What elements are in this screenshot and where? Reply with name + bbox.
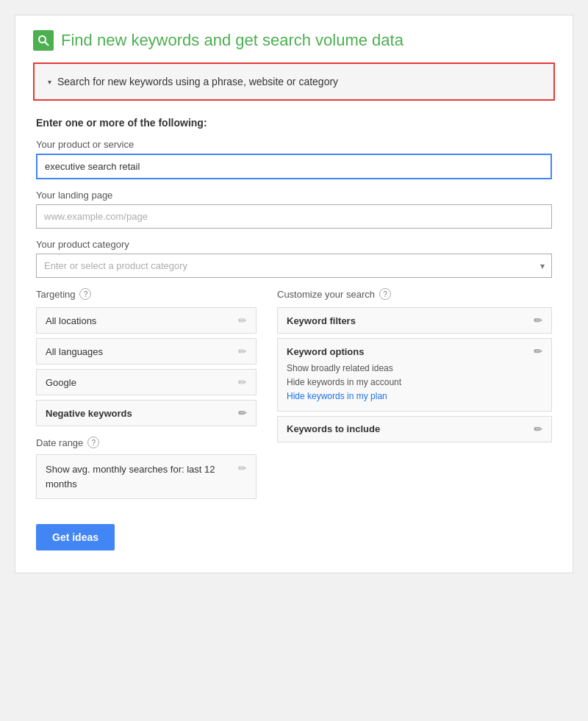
date-range-help-icon[interactable]: ?	[87, 437, 99, 448]
landing-page-label: Your landing page	[36, 190, 552, 201]
collapsible-panel-text: Search for new keywords using a phrase, …	[57, 76, 338, 87]
search-icon	[33, 30, 54, 51]
keyword-options-item-0: Show broadly related ideas	[287, 362, 542, 376]
date-range-section: Date range ? Show avg. monthly searches …	[36, 437, 257, 499]
date-range-heading-text: Date range	[36, 437, 83, 448]
keyword-filters-box[interactable]: Keyword filters ✏	[277, 307, 552, 334]
product-category-select-wrapper: Enter or select a product category ▾	[36, 254, 552, 278]
keyword-options-box: Keyword options ✏ Show broadly related i…	[277, 338, 552, 412]
date-range-value: Show avg. monthly searches for: last 12 …	[46, 462, 232, 491]
two-col-layout: Targeting ? All locations ✏ All language…	[36, 288, 552, 503]
keywords-to-include-edit-icon[interactable]: ✏	[534, 423, 542, 435]
date-range-heading: Date range ?	[36, 437, 257, 448]
targeting-item-1-label: All languages	[46, 346, 103, 357]
targeting-item-0[interactable]: All locations ✏	[36, 307, 257, 334]
section-heading: Enter one or more of the following:	[36, 117, 552, 129]
svg-line-1	[46, 43, 49, 46]
targeting-item-2-edit-icon[interactable]: ✏	[238, 376, 247, 388]
targeting-heading: Targeting ?	[36, 288, 257, 300]
keywords-to-include-label: Keywords to include	[287, 423, 380, 434]
customize-search-column: Customize your search ? Keyword filters …	[277, 288, 552, 503]
keyword-options-item-2-link[interactable]: Hide keywords in my plan	[287, 391, 387, 401]
get-ideas-button[interactable]: Get ideas	[36, 524, 115, 550]
product-input[interactable]	[36, 154, 552, 179]
form-section: Enter one or more of the following: Your…	[33, 117, 555, 550]
date-range-value-box[interactable]: Show avg. monthly searches for: last 12 …	[36, 454, 257, 499]
targeting-item-0-label: All locations	[46, 315, 96, 326]
customize-search-heading-text: Customize your search	[277, 289, 375, 300]
page-title-row: Find new keywords and get search volume …	[33, 30, 555, 51]
product-category-field-group: Your product category Enter or select a …	[36, 239, 552, 278]
svg-point-0	[39, 36, 46, 43]
keyword-options-item-1: Hide keywords in my account	[287, 376, 542, 390]
landing-page-input[interactable]	[36, 204, 552, 229]
keyword-options-title: Keyword options ✏	[287, 345, 542, 357]
customize-search-help-icon[interactable]: ?	[379, 288, 391, 300]
product-label: Your product or service	[36, 139, 552, 150]
collapsible-panel[interactable]: ▾ Search for new keywords using a phrase…	[33, 62, 555, 101]
product-category-label: Your product category	[36, 239, 552, 250]
triangle-icon: ▾	[48, 78, 51, 86]
targeting-heading-text: Targeting	[36, 289, 75, 300]
keyword-options-item-2: Hide keywords in my plan	[287, 390, 542, 403]
keyword-filters-edit-icon[interactable]: ✏	[534, 315, 542, 326]
targeting-item-0-edit-icon[interactable]: ✏	[238, 315, 247, 326]
targeting-item-3[interactable]: Negative keywords ✏	[36, 400, 257, 426]
date-range-edit-icon[interactable]: ✏	[238, 462, 247, 474]
targeting-column: Targeting ? All locations ✏ All language…	[36, 288, 257, 503]
targeting-item-2-label: Google	[46, 377, 76, 388]
targeting-item-3-label: Negative keywords	[46, 408, 132, 419]
page-wrapper: Find new keywords and get search volume …	[15, 15, 573, 573]
targeting-item-3-edit-icon[interactable]: ✏	[238, 407, 247, 419]
targeting-help-icon[interactable]: ?	[79, 288, 91, 300]
page-title: Find new keywords and get search volume …	[61, 31, 404, 50]
keyword-options-edit-icon[interactable]: ✏	[534, 345, 542, 357]
landing-page-field-group: Your landing page	[36, 190, 552, 229]
collapsible-panel-label: ▾ Search for new keywords using a phrase…	[48, 76, 540, 87]
targeting-item-1-edit-icon[interactable]: ✏	[238, 345, 247, 357]
keyword-filters-label: Keyword filters	[287, 315, 356, 326]
customize-search-heading: Customize your search ?	[277, 288, 552, 300]
keywords-to-include-box[interactable]: Keywords to include ✏	[277, 416, 552, 442]
targeting-item-1[interactable]: All languages ✏	[36, 338, 257, 365]
product-category-select[interactable]: Enter or select a product category	[36, 254, 552, 278]
keyword-options-label: Keyword options	[287, 346, 364, 357]
targeting-item-2[interactable]: Google ✏	[36, 369, 257, 395]
product-field-group: Your product or service	[36, 139, 552, 179]
